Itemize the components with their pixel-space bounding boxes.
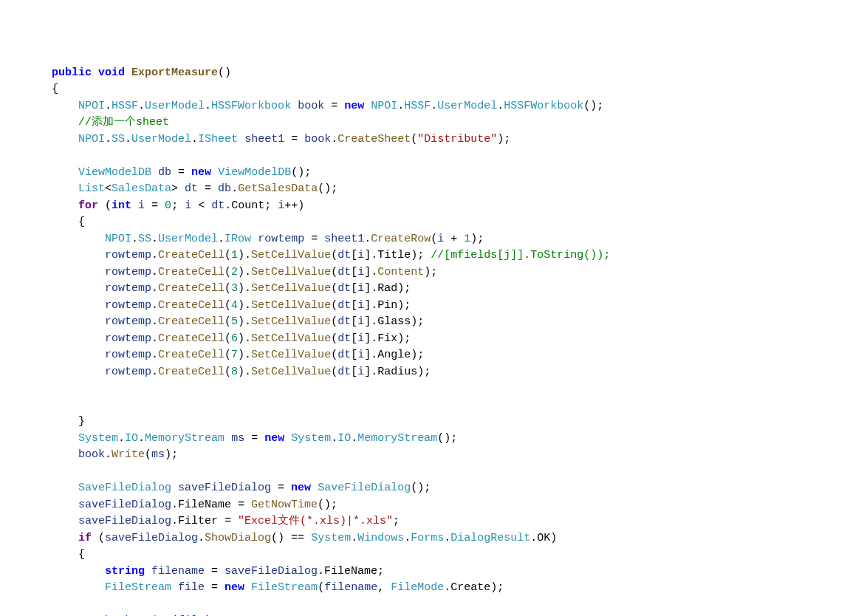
code-token: (	[225, 249, 231, 261]
code-token: //[mfields[j]].ToString());	[431, 249, 610, 261]
code-token: SetCellValue	[251, 349, 331, 361]
code-token: ].Radius);	[364, 366, 431, 378]
code-token: Write	[112, 448, 145, 461]
code-token: .	[105, 133, 112, 146]
code-token: i	[278, 199, 284, 212]
code-token: SetCellValue	[251, 282, 331, 295]
code-line: NPOI.HSSF.UserModel.HSSFWorkbook book = …	[52, 98, 850, 115]
code-token: CreateCell	[158, 266, 225, 278]
code-token: 4	[231, 299, 238, 312]
code-token: book	[304, 133, 331, 146]
code-line: rowtemp.CreateCell(6).SetCellValue(dt[i]…	[52, 331, 850, 348]
code-token: .	[404, 532, 411, 544]
code-token: ;	[393, 515, 400, 527]
code-token: ].Pin);	[364, 299, 411, 312]
code-token	[171, 482, 178, 494]
code-token: new	[264, 432, 284, 445]
code-token: .	[364, 233, 371, 245]
code-token: ].Title);	[364, 249, 431, 261]
code-line: rowtemp.CreateCell(4).SetCellValue(dt[i]…	[52, 298, 850, 315]
code-token: ();	[318, 182, 337, 195]
code-token: ).	[238, 315, 251, 328]
code-token: for	[78, 199, 98, 212]
code-token: ms	[151, 448, 165, 461]
code-token: FileMode	[391, 581, 444, 594]
code-token: Windows	[357, 532, 404, 544]
code-token: dt	[337, 299, 351, 312]
code-token: .	[331, 432, 337, 445]
code-token: book	[78, 448, 105, 461]
code-line: rowtemp.CreateCell(5).SetCellValue(dt[i]…	[52, 314, 850, 331]
code-token: (	[331, 249, 337, 261]
code-token: UserModel	[158, 233, 218, 245]
code-line: rowtemp.CreateCell(7).SetCellValue(dt[i]…	[52, 347, 850, 364]
code-token: i	[357, 282, 364, 295]
code-token: NPOI	[78, 100, 105, 112]
code-token: .	[118, 432, 125, 445]
code-line: saveFileDialog.Filter = "Excel文件(*.xls)|…	[52, 513, 850, 530]
code-token: SetCellValue	[251, 299, 331, 312]
code-token: 3	[231, 282, 238, 295]
code-token: .	[138, 100, 145, 112]
code-token: HSSF	[112, 100, 138, 112]
code-token: saveFileDialog	[105, 532, 198, 544]
code-token	[171, 581, 178, 594]
code-token: i	[357, 349, 364, 361]
code-token	[211, 166, 218, 179]
code-token: dt	[185, 182, 198, 195]
code-token: <	[105, 182, 112, 195]
code-token: {	[78, 216, 85, 228]
code-token: DialogResult	[450, 532, 530, 544]
code-token	[244, 581, 251, 594]
code-line: for (int i = 0; i < dt.Count; i++)	[52, 198, 850, 215]
code-token: (	[431, 233, 437, 245]
code-token: i	[357, 249, 364, 261]
code-token: ].Angle);	[364, 349, 424, 361]
code-token: [	[351, 349, 357, 361]
code-token: .	[105, 448, 112, 461]
code-token: {	[52, 83, 58, 95]
code-line: rowtemp.CreateCell(2).SetCellValue(dt[i]…	[52, 264, 850, 281]
code-token: );	[470, 233, 484, 245]
code-token: rowtemp	[105, 249, 151, 261]
code-token: SetCellValue	[251, 366, 331, 378]
code-token: ShowDialog	[205, 532, 271, 544]
code-token	[238, 133, 244, 146]
code-token	[145, 565, 151, 578]
code-token: SetCellValue	[251, 315, 331, 328]
code-block: public void ExportMeasure(){ NPOI.HSSF.U…	[52, 65, 850, 617]
code-token: 1	[231, 249, 238, 261]
code-token: i	[357, 266, 364, 278]
code-token: (	[331, 366, 337, 378]
code-token: ;	[171, 199, 185, 212]
code-token: UserModel	[131, 133, 191, 146]
code-line: if (saveFileDialog.ShowDialog() == Syste…	[52, 530, 850, 547]
code-token: ();	[318, 499, 337, 511]
code-token: .	[351, 532, 357, 544]
code-token: 5	[231, 315, 238, 328]
code-token: ].Rad);	[364, 282, 411, 295]
code-token: ).	[238, 366, 251, 378]
code-line: string filename = saveFileDialog.FileNam…	[52, 564, 850, 581]
code-token: void	[98, 66, 125, 79]
code-token: i	[357, 332, 364, 345]
code-token: .Filter =	[171, 515, 238, 527]
code-token: db	[158, 166, 171, 179]
code-token: SalesData	[112, 182, 171, 195]
code-token: dt	[211, 199, 225, 212]
code-token: [	[351, 366, 357, 378]
code-token: saveFileDialog	[78, 499, 171, 511]
code-token: rowtemp	[105, 366, 151, 378]
code-token: ).	[238, 266, 251, 278]
code-token: CreateCell	[158, 282, 225, 295]
code-line	[52, 464, 850, 481]
code-token: (	[225, 282, 231, 295]
code-token: =	[171, 166, 191, 179]
code-token: i	[437, 233, 444, 245]
code-token: .	[151, 282, 158, 295]
code-token: 1	[464, 233, 470, 245]
code-token: .	[191, 133, 198, 146]
code-line	[52, 148, 850, 165]
code-token: CreateRow	[371, 233, 431, 245]
code-token: =	[304, 233, 324, 245]
